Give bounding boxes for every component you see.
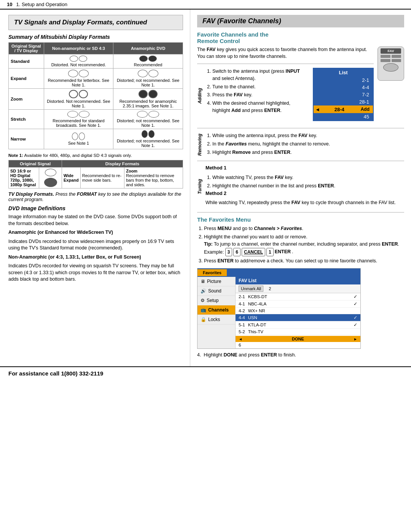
channel-row-51: 5-1 KTLA-DT ✓: [236, 321, 360, 329]
row-label-expand: Expand: [9, 69, 44, 89]
removing-step-1: While using the antenna input, press the…: [212, 132, 404, 139]
check-51: ✓: [354, 322, 357, 328]
done-label: DONE: [292, 337, 304, 341]
check-44: ✓: [354, 315, 357, 320]
fav-intro-text: The FAV key gives you quick access to fa…: [197, 46, 404, 60]
lens-icon-na-narrow: [46, 133, 112, 140]
speaker-icon: 🔊: [201, 288, 206, 294]
channel-name-52: This-TV: [248, 329, 352, 334]
removing-section: Removing While using the antenna input, …: [197, 132, 404, 157]
lens-icon-na-zoom: [46, 90, 112, 98]
channels-icon: 📺: [201, 307, 206, 313]
check-21: ✓: [354, 294, 357, 299]
fav-list-subheader: Unmark All 2: [236, 284, 360, 293]
sidebar-sound: 🔊 Sound: [198, 286, 235, 296]
left-section-title-box: TV Signals and Display Formats, continue…: [8, 15, 183, 30]
anamorphic-heading: Anamorphic (or Enhanced for WideScreen T…: [8, 229, 183, 236]
row-label-stretch: Stretch: [9, 110, 44, 129]
right-column: FAV (Favorite Channels) Favorite Channel…: [190, 10, 411, 366]
check-41: ✓: [354, 301, 357, 307]
locks-label: Locks: [208, 317, 220, 322]
method1-heading: Method 1: [206, 165, 404, 172]
content-area: TV Signals and Display Formats, continue…: [0, 10, 411, 366]
right-section-title-box: FAV (Favorite Channels): [197, 15, 404, 27]
desc-a-expand: Distorted; not recommended. See Note 1.: [115, 78, 181, 87]
expand-label: Expand: [64, 178, 79, 182]
col-header-a: Anamorphic DVD: [113, 43, 183, 54]
removing-step-2: In the Favorites menu, highlight the cha…: [212, 141, 404, 148]
channel-num-52: 5-2: [239, 329, 245, 334]
non-anamorphic-heading: Non-Anamorphic (or 4:3, 1.33:1, Letter B…: [8, 254, 183, 261]
tuning-section: Tuning Method 1 While watching TV, press…: [197, 165, 404, 208]
desc-a-zoom: Recommended for anamorphic 2.35:1 images…: [115, 99, 181, 108]
removing-step-3: Highlight Remove and press ENTER.: [212, 149, 404, 156]
page-number: 10: [7, 2, 12, 7]
sidebar-setup: ⚙ Setup: [198, 296, 235, 305]
col-header-na: Non-anamorphic or SD 4:3: [44, 43, 113, 54]
example-keys: 3 6 CANCEL 1 ENTER.: [225, 248, 293, 256]
divider3: [197, 161, 404, 161]
channel-name-41: NBC-4LA: [248, 302, 354, 306]
monitor-icon: 🖥: [201, 279, 205, 284]
channel-row-44: 4-4 USN ✓: [236, 314, 360, 321]
menu-nav-bar: Favorites: [198, 268, 360, 277]
lens-icon-a-zoom: [115, 90, 181, 98]
channel-name-51: KTLA-DT: [248, 323, 354, 327]
favorites-tab: Favorites: [198, 269, 227, 276]
table-row: Expand Recom­mended for letterbox. See N…: [9, 69, 183, 89]
method1-steps: While watching TV, press the FAV key. Hi…: [206, 174, 404, 190]
method1-step-2: Highlight the channel number in the list…: [212, 182, 404, 190]
anamorphic-body: Indicates DVDs recorded to show widescre…: [8, 238, 183, 252]
favorites-menu-title: The Favorites Menu: [197, 216, 404, 223]
channel-row-52: 5-2 This-TV: [236, 329, 360, 335]
hd-icons: [41, 169, 60, 187]
setup-label: Setup: [207, 298, 218, 303]
fav-key-label: FAV: [381, 48, 401, 54]
arrow-left-icon: ◄: [315, 107, 320, 112]
page: 10 1. Setup and Operation TV Signals and…: [0, 0, 411, 380]
desc-a-stretch: Distorted; not recommended. See Note 1.: [115, 118, 181, 128]
channel-item-284-highlighted: ◄ 28-4 Add: [314, 105, 373, 113]
cancel-key: CANCEL: [242, 248, 265, 256]
favorites-menu-steps: Press MENU and go to Channels > Favorite…: [197, 225, 404, 264]
table-row: Stretch Recom­mended for standard broadc…: [9, 110, 183, 129]
zoom-label2: Zoom: [126, 169, 181, 173]
channel-num-21: 2-1: [239, 294, 245, 299]
menu-sidebar: 🖥 Picture 🔊 Sound ⚙ Setup: [198, 277, 236, 348]
footer-text: For assistance call 1(800) 332-2119: [8, 370, 103, 377]
desc-na-narrow: See Note 1: [46, 141, 112, 145]
page-header: 10 1. Setup and Operation: [0, 0, 411, 10]
zoom-desc: Recommended to remove bars from the top,…: [126, 173, 181, 187]
unmark-all-button[interactable]: Unmark All: [239, 286, 263, 292]
table-row-hd: SD 16:9 or HD Digital 720p, 1080i, 1080p…: [9, 168, 183, 189]
chapter-title: 1. Setup and Operation: [16, 2, 67, 7]
non-anamorphic-body: Indicates DVDs recorded for viewing on s…: [8, 263, 183, 283]
fav-step-1: Press MENU and go to Channels > Favorite…: [204, 225, 404, 232]
table-row: Narrow See Note 1: [9, 129, 183, 149]
removing-label: Removing: [197, 134, 202, 156]
fav-step-3: Press ENTER to add/remove a check. You c…: [204, 257, 404, 265]
desc-na-zoom: Distorted. Not recom­mended. See Note 1.: [46, 99, 112, 108]
key-3: 3: [225, 248, 233, 256]
lens-icon-na-expand: [46, 70, 112, 77]
table-row: Zoom Distorted. Not recom­mended. See No…: [9, 89, 183, 110]
lens-icon-a-expand: [115, 70, 181, 77]
favorites-menu-screenshot: Favorites 🖥 Picture 🔊 Sound: [197, 268, 361, 349]
picture-label: Picture: [207, 279, 221, 284]
add-button[interactable]: Add: [359, 106, 371, 112]
desc-na-expand: Recom­mended for letterbox. See Note 1.: [46, 78, 112, 87]
col-header-orig-signal: Original Signal: [9, 160, 62, 168]
channel-list-box: List 2-1 4-4 7-2 28-1 ◄ 28-4 Add 45: [313, 68, 374, 121]
lens-icon-a-stretch: [115, 111, 181, 118]
method1-step-1: While watching TV, press the FAV key.: [212, 174, 404, 181]
divider4: [197, 212, 404, 212]
key-1: 1: [266, 248, 274, 256]
channel-row-41: 4-1 NBC-4LA ✓: [236, 300, 360, 308]
gear-icon: ⚙: [201, 298, 205, 303]
table-row: Standard Distorted. Not recom­mended.: [9, 54, 183, 69]
lens-icon-na-stretch: [46, 111, 112, 118]
channel-num-51: 5-1: [239, 323, 245, 327]
adding-label: Adding: [197, 88, 202, 104]
method2-body: While watching TV, repeatedly press the …: [206, 200, 404, 206]
channel-name-42: WX+ NR: [248, 308, 352, 313]
